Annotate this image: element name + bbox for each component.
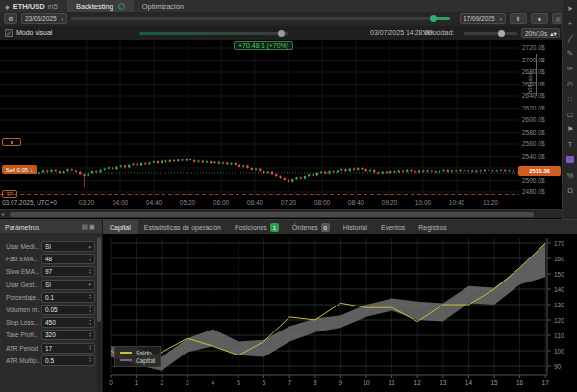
time-axis-label: 03:20 xyxy=(79,199,94,206)
stop-button[interactable]: ■ xyxy=(531,13,548,24)
visual-zoom-slider[interactable] xyxy=(139,32,288,35)
tp-marker-tag[interactable]: TP xyxy=(2,190,17,198)
chart-scrollbar[interactable]: ◂ ▸ xyxy=(0,209,577,218)
svg-text:130: 130 xyxy=(554,302,564,308)
equity-chart-area[interactable]: 9010011012013014015016017001234567891011… xyxy=(103,234,577,392)
app-window: ◆ ETH/USD m5 Backtesting Optimización ⚙ … xyxy=(0,0,577,392)
candle-chart-area[interactable]: 2720.0$2700.0$2680.0$2660.0$2640.0$2620.… xyxy=(0,40,562,219)
param-row-atr-period: ATR Period17▴▾ xyxy=(0,343,102,355)
tab-optimizacion[interactable]: Optimización xyxy=(134,0,192,12)
param-row-volumen: Volumen m...0.05▴▾ xyxy=(0,305,102,316)
svg-text:15: 15 xyxy=(490,380,498,386)
time-axis-label: 06:00 xyxy=(213,199,229,206)
start-date-input[interactable]: 23/06/2025 ▾ xyxy=(21,13,67,24)
playback-toolbar: ⚙ 23/06/2025 ▾ 17/09/2025 ▾ Ⅱ ■ ▦ xyxy=(0,12,562,26)
tab-eventos[interactable]: Eventos xyxy=(374,220,412,234)
trendline-icon[interactable]: ╱ xyxy=(565,35,575,44)
spinner-arrows-icon[interactable]: ▴▾ xyxy=(547,28,560,38)
end-date-input[interactable]: 17/09/2025 ▾ xyxy=(460,13,506,24)
candlestick-chart[interactable] xyxy=(0,40,519,197)
param-row-slow-ema: Slow EMA...97▴▾ xyxy=(0,266,102,278)
color-swatch-icon[interactable] xyxy=(566,156,574,163)
visual-mode-checkbox[interactable]: ✓ xyxy=(5,29,13,37)
parameters-scrollbar-thumb[interactable] xyxy=(97,237,101,322)
param-input-usar-media[interactable]: Sí▾ xyxy=(41,241,95,252)
param-input-atr-multiplier[interactable]: 0.5▴▾ xyxy=(41,355,95,366)
check-icon: ✓ xyxy=(6,30,12,37)
rectangle-icon[interactable]: ▭ xyxy=(565,110,575,120)
cursor-icon[interactable]: ➤ xyxy=(565,4,575,13)
param-row-usar-gestion: Usar Gest...Sí▾ xyxy=(0,280,102,291)
tab-estadisticas[interactable]: Estadísticas de operación xyxy=(138,220,228,234)
visual-zoom-handle[interactable] xyxy=(278,30,285,37)
tab-backtesting[interactable]: Backtesting xyxy=(67,0,134,12)
param-input-stop-loss[interactable]: 450▴▾ xyxy=(41,317,95,328)
settings-button[interactable]: ⚙ xyxy=(4,13,17,24)
text-icon[interactable]: T xyxy=(565,140,575,150)
scroll-left-icon[interactable]: ◂ xyxy=(1,210,4,217)
spinner-arrows-icon[interactable]: ▴▾ xyxy=(89,319,91,325)
sl-marker-tag[interactable] xyxy=(2,138,21,146)
spinner-arrows-icon[interactable]: ▴▾ xyxy=(89,256,91,261)
timeframe-label[interactable]: m5 xyxy=(48,2,58,11)
spinner-arrows-icon[interactable]: ▴▾ xyxy=(89,357,91,363)
spinner-arrows-icon[interactable]: ▴▾ xyxy=(89,306,91,312)
param-input-usar-gestion[interactable]: Sí▾ xyxy=(41,280,95,290)
svg-text:160: 160 xyxy=(554,256,564,262)
svg-text:9: 9 xyxy=(339,380,343,386)
tab-capital[interactable]: Capital xyxy=(103,220,138,234)
equity-chart[interactable]: 9010011012013014015016017001234567891011… xyxy=(103,234,577,392)
speed-slider[interactable] xyxy=(464,32,517,35)
param-value-porcentaje: 0.1 xyxy=(45,294,54,301)
tab-historial[interactable]: Historial xyxy=(337,220,374,234)
tab-registros-label: Registros xyxy=(418,224,447,231)
speed-value-input[interactable]: 20h/10s ▴▾ xyxy=(521,28,560,38)
price-axis-label: 2680.0$ xyxy=(522,68,545,75)
app-icon: ◆ xyxy=(5,3,10,10)
time-axis[interactable]: 03.07.2025, UTC+0 03:2004:0004:4005:2006… xyxy=(0,197,519,209)
panel-header-icons[interactable]: ▤▣ xyxy=(82,223,97,231)
param-input-fast-ema[interactable]: 48▴▾ xyxy=(41,254,95,264)
scale-ruler-label: 500 pips xyxy=(527,72,533,94)
spinner-arrows-icon[interactable]: ▴▾ xyxy=(89,294,91,300)
param-input-volumen[interactable]: 0.05▴▾ xyxy=(41,305,95,315)
symbol-label[interactable]: ETH/USD xyxy=(13,2,45,11)
price-axis-label: 2620.0$ xyxy=(522,105,545,111)
pen-icon[interactable]: ✑ xyxy=(565,64,575,74)
chart-scrollbar-thumb[interactable] xyxy=(10,212,534,217)
svg-text:1: 1 xyxy=(135,380,138,386)
tab-ordenes-label: Órdenes xyxy=(292,224,318,231)
pause-button[interactable]: Ⅱ xyxy=(510,13,527,24)
svg-text:3: 3 xyxy=(186,380,189,386)
pattern-icon[interactable]: ∷ xyxy=(565,95,575,105)
param-input-take-profit[interactable]: 320▴▾ xyxy=(41,330,95,340)
tab-eventos-label: Eventos xyxy=(381,224,405,231)
param-input-porcentaje[interactable]: 0.1▴▾ xyxy=(41,292,95,303)
sl-marker-dot xyxy=(11,141,13,144)
parameters-scrollbar[interactable] xyxy=(97,235,101,391)
timeline-slider[interactable] xyxy=(71,17,450,20)
eyedropper-icon[interactable]: ⊙ xyxy=(565,80,575,89)
top-tab-bar: ◆ ETH/USD m5 Backtesting Optimización xyxy=(0,0,562,12)
percent-icon[interactable]: % xyxy=(565,171,575,181)
price-axis-label: 2560.0$ xyxy=(522,140,545,147)
position-tag[interactable]: Sell 0.05 ↓ xyxy=(2,165,37,174)
timeline-slider-handle[interactable] xyxy=(430,15,437,22)
param-label-usar-media: Usar Medi... xyxy=(6,243,40,250)
time-axis-label: 10:40 xyxy=(449,199,464,206)
pencil-icon[interactable]: ✎ xyxy=(565,49,575,59)
param-input-slow-ema[interactable]: 97▴▾ xyxy=(41,266,95,277)
bell-icon[interactable]: Ω xyxy=(565,186,575,196)
crosshair-icon[interactable]: + xyxy=(565,19,575,29)
spinner-arrows-icon[interactable]: ▴▾ xyxy=(89,332,91,338)
param-input-atr-period[interactable]: 17▴▾ xyxy=(41,343,95,354)
flag-icon[interactable]: ⚑ xyxy=(565,125,575,135)
speed-slider-handle[interactable] xyxy=(498,30,505,37)
svg-text:110: 110 xyxy=(554,332,564,339)
chevron-down-icon: ▾ xyxy=(499,16,502,22)
tab-ordenes[interactable]: Órdenes0 xyxy=(286,220,337,234)
spinner-arrows-icon[interactable]: ▴▾ xyxy=(89,345,91,351)
tab-posiciones[interactable]: Posiciones1 xyxy=(228,220,286,234)
tab-registros[interactable]: Registros xyxy=(412,220,454,234)
spinner-arrows-icon[interactable]: ▴▾ xyxy=(89,269,91,275)
